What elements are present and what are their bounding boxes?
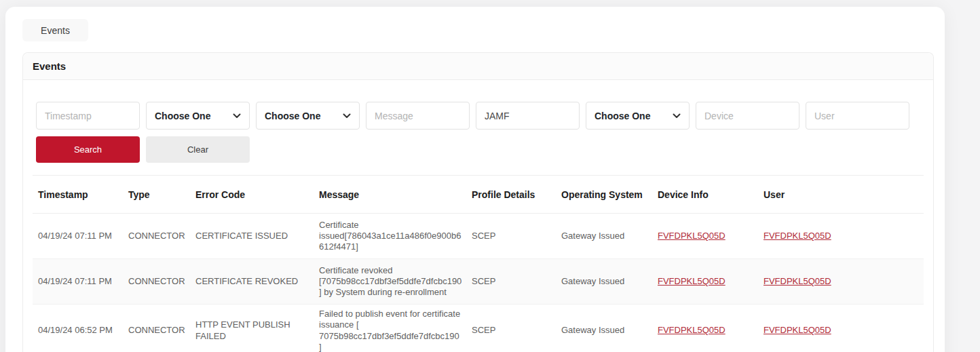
column-header: Type xyxy=(123,176,190,214)
column-header: Error Code xyxy=(190,176,314,214)
table-row: 04/19/24 07:11 PM CONNECTOR CERTIFICATE … xyxy=(33,214,924,259)
cell-operating-system: Gateway Issued xyxy=(556,259,652,305)
cell-type: CONNECTOR xyxy=(123,214,190,259)
chevron-down-icon xyxy=(233,113,241,119)
cell-type: CONNECTOR xyxy=(123,259,190,305)
events-table-container: TimestampTypeError CodeMessageProfile De… xyxy=(33,175,924,352)
error-code-select[interactable]: Choose One xyxy=(256,102,360,130)
cell-error-code: CERTIFICATE ISSUED xyxy=(190,214,314,259)
column-header: User xyxy=(758,176,924,214)
chevron-down-icon xyxy=(343,113,351,119)
search-button[interactable]: Search xyxy=(36,136,140,163)
table-row: 04/19/24 07:11 PM CONNECTOR CERTIFICATE … xyxy=(33,259,924,305)
cell-operating-system: Gateway Issued xyxy=(556,305,652,352)
filter-row: Choose One Choose One Choose One xyxy=(36,102,920,130)
cell-type: CONNECTOR xyxy=(123,305,190,352)
events-tab[interactable]: Events xyxy=(22,19,88,41)
cell-profile-details: SCEP xyxy=(466,214,556,259)
panel-title: Events xyxy=(33,60,924,72)
table-header-row: TimestampTypeError CodeMessageProfile De… xyxy=(33,176,924,214)
cell-operating-system: Gateway Issued xyxy=(556,214,652,259)
content-card: Events Events Choose One Choose One Choo xyxy=(5,7,945,352)
column-header: Timestamp xyxy=(33,176,123,214)
device-info-link[interactable]: FVFDPKL5Q05D xyxy=(658,276,725,286)
table-row: 04/19/24 06:52 PM CONNECTOR HTTP EVENT P… xyxy=(33,305,924,352)
error-code-select-value: Choose One xyxy=(265,111,320,121)
column-header: Operating System xyxy=(556,176,652,214)
cell-timestamp: 04/19/24 07:11 PM xyxy=(33,214,123,259)
cell-message: Certificate revoked [7075b98cc17dbf3ef5d… xyxy=(314,259,466,305)
user-link[interactable]: FVFDPKL5Q05D xyxy=(764,325,831,335)
app-background: { "tabs": { "events_label": "Events" }, … xyxy=(0,0,980,352)
filters: Choose One Choose One Choose One Search xyxy=(23,80,933,163)
column-header: Profile Details xyxy=(466,176,556,214)
message-filter-input[interactable] xyxy=(366,102,470,130)
cell-user: FVFDPKL5Q05D xyxy=(758,305,924,352)
device-info-link[interactable]: FVFDPKL5Q05D xyxy=(658,325,725,335)
cell-message: Certificate issued[786043a1ce11a486f0e90… xyxy=(314,214,466,259)
device-filter-input[interactable] xyxy=(696,102,799,130)
clear-button[interactable]: Clear xyxy=(146,136,250,163)
cell-error-code: CERTIFICATE REVOKED xyxy=(190,259,314,305)
panel-header: Events xyxy=(23,53,933,80)
cell-device-info: FVFDPKL5Q05D xyxy=(652,305,758,352)
events-table: TimestampTypeError CodeMessageProfile De… xyxy=(33,175,924,352)
cell-profile-details: SCEP xyxy=(466,259,556,305)
events-panel: Events Choose One Choose One Choose One xyxy=(22,52,934,352)
cell-user: FVFDPKL5Q05D xyxy=(758,259,924,305)
filter-buttons: Search Clear xyxy=(36,136,920,163)
user-link[interactable]: FVFDPKL5Q05D xyxy=(764,231,831,241)
os-select-value: Choose One xyxy=(595,111,650,121)
cell-error-code: HTTP EVENT PUBLISH FAILED xyxy=(190,305,314,352)
cell-device-info: FVFDPKL5Q05D xyxy=(652,259,758,305)
cell-timestamp: 04/19/24 06:52 PM xyxy=(33,305,123,352)
type-select-value: Choose One xyxy=(155,111,210,121)
cell-profile-details: SCEP xyxy=(466,305,556,352)
user-link[interactable]: FVFDPKL5Q05D xyxy=(764,276,831,286)
type-select[interactable]: Choose One xyxy=(146,102,250,130)
cell-user: FVFDPKL5Q05D xyxy=(758,214,924,259)
table-body: 04/19/24 07:11 PM CONNECTOR CERTIFICATE … xyxy=(33,214,924,352)
user-filter-input[interactable] xyxy=(806,102,909,130)
cell-device-info: FVFDPKL5Q05D xyxy=(652,214,758,259)
chevron-down-icon xyxy=(673,113,681,119)
cell-timestamp: 04/19/24 07:11 PM xyxy=(33,259,123,305)
cell-message: Failed to publish event for certificate … xyxy=(314,305,466,352)
events-tab-label: Events xyxy=(41,25,70,36)
column-header: Message xyxy=(314,176,466,214)
column-header: Device Info xyxy=(652,176,758,214)
profile-filter-input[interactable] xyxy=(476,102,580,130)
os-select[interactable]: Choose One xyxy=(586,102,690,130)
device-info-link[interactable]: FVFDPKL5Q05D xyxy=(658,231,725,241)
timestamp-filter-input[interactable] xyxy=(36,102,140,130)
